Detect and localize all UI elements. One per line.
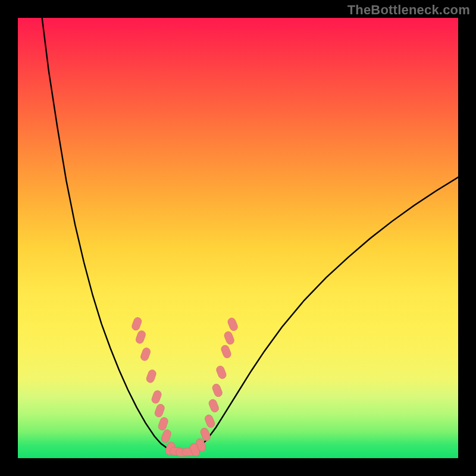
data-marker [161, 428, 173, 443]
data-marker [220, 344, 232, 359]
marker-group [131, 317, 239, 458]
chart-svg [18, 18, 458, 458]
data-marker [157, 416, 169, 431]
data-marker [135, 330, 147, 345]
data-marker [215, 365, 227, 380]
chart-frame: TheBottleneck.com [0, 0, 476, 476]
curve-group [42, 18, 458, 453]
data-marker [208, 398, 220, 413]
data-marker [131, 317, 143, 331]
watermark-text: TheBottleneck.com [347, 2, 470, 18]
data-marker [227, 317, 239, 331]
data-marker [223, 330, 235, 345]
data-marker [211, 383, 223, 397]
data-marker [145, 369, 157, 384]
bottleneck-curve [42, 18, 458, 453]
chart-plot-area [18, 18, 458, 458]
data-marker [203, 414, 215, 428]
data-marker [154, 403, 165, 418]
data-marker [151, 390, 162, 405]
data-marker [140, 347, 152, 362]
